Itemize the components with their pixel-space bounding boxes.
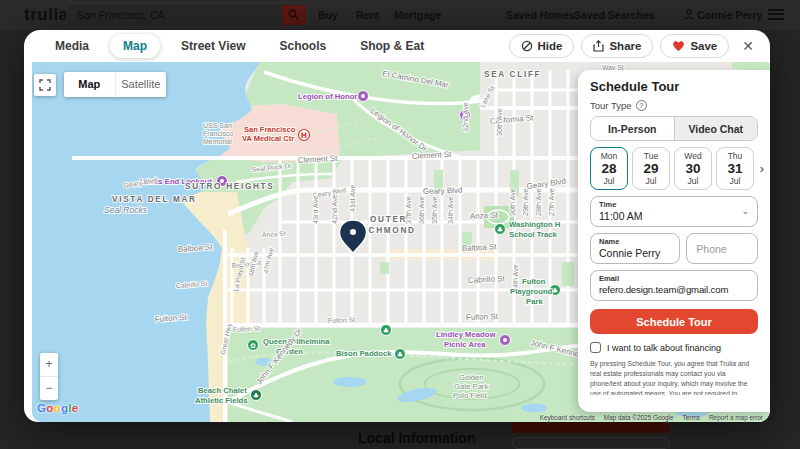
- tab-map[interactable]: Map: [110, 34, 160, 58]
- email-field[interactable]: Email refero.design.team@gmail.com: [590, 270, 758, 301]
- trulia-logo[interactable]: trulia: [24, 5, 69, 25]
- schedule-tour-button[interactable]: Schedule Tour: [590, 309, 758, 334]
- save-button[interactable]: Save: [660, 34, 729, 58]
- time-select[interactable]: Time 11:00 AM ⌄: [590, 196, 758, 227]
- map-label: 29th Ave: [521, 188, 530, 216]
- zoom-in-button[interactable]: +: [40, 353, 58, 377]
- heart-icon: [672, 40, 685, 52]
- time-label: Time: [599, 200, 749, 209]
- panel-title: Schedule Tour: [590, 79, 758, 94]
- map-zoom-control: + −: [40, 353, 58, 400]
- nav-mortgage[interactable]: Mortgage: [394, 9, 441, 21]
- help-icon[interactable]: ?: [636, 100, 647, 111]
- attribution-item[interactable]: Keyboard shortcuts: [540, 414, 595, 421]
- tour-type-in-person[interactable]: In-Person: [591, 117, 675, 140]
- tour-type-video-chat[interactable]: Video Chat: [675, 117, 758, 140]
- share-button[interactable]: Share: [581, 34, 653, 58]
- attribution-item[interactable]: Terms: [683, 414, 700, 421]
- legion-of-honor-icon[interactable]: [358, 91, 369, 102]
- map-label: Beach Chalet: [198, 386, 247, 395]
- nav-saved-searches[interactable]: Saved Searches: [574, 9, 655, 21]
- financing-label: I want to talk about financing: [607, 343, 721, 353]
- google-logo[interactable]: Google: [37, 402, 78, 414]
- map-label: 30th Ave: [508, 188, 517, 216]
- modal-header: MediaMapStreet ViewSchoolsShop & Eat Hid…: [24, 30, 770, 62]
- modal-actions: Hide Share Save ✕: [509, 34, 758, 58]
- school-track-icon[interactable]: ♣: [495, 224, 506, 235]
- nav-rent[interactable]: Rent: [356, 9, 379, 21]
- map-type-map[interactable]: Map: [64, 72, 115, 97]
- garden-icon[interactable]: ✿: [248, 340, 259, 351]
- tab-media[interactable]: Media: [42, 34, 102, 58]
- local-information-heading: Local Information: [358, 430, 475, 446]
- map-label: Geary Blvd: [423, 186, 463, 196]
- map-label: Playground: [510, 287, 553, 296]
- map-label: Francisco: [203, 130, 233, 137]
- hide-label: Hide: [538, 40, 563, 52]
- search-icon: [288, 9, 299, 20]
- map-label: Park: [526, 297, 543, 306]
- search-button[interactable]: [282, 5, 306, 25]
- zoom-out-button[interactable]: −: [40, 377, 58, 400]
- map-label: 27th Ave: [547, 188, 556, 216]
- map-type-satellite[interactable]: Satellite: [115, 72, 167, 97]
- map-label: SUTRO HEIGHTS: [185, 182, 274, 191]
- map-label: Athletic Fields: [195, 396, 248, 405]
- search-value: San Francisco, CA: [77, 9, 165, 21]
- map-label: Anza St: [470, 211, 499, 221]
- modal-tabs: MediaMapStreet ViewSchoolsShop & Eat: [42, 30, 437, 62]
- map-label: Fulton: [522, 277, 546, 286]
- map-label: Picnic Area: [444, 340, 486, 349]
- date-picker: Mon28JulTue29JulWed30JulThu31Jul›: [590, 147, 758, 190]
- name-field[interactable]: Name Connie Perry: [590, 233, 680, 264]
- hide-icon: [521, 40, 533, 52]
- tab-street-view[interactable]: Street View: [168, 34, 258, 58]
- map-label: Legion of Honor: [298, 92, 357, 101]
- map-label: 28th Ave: [534, 188, 543, 216]
- tree-icon[interactable]: ♣: [381, 325, 392, 336]
- fullscreen-button[interactable]: [34, 74, 56, 96]
- bison-paddock-icon[interactable]: ♣: [395, 349, 406, 360]
- phone-field[interactable]: Phone: [686, 233, 758, 264]
- date-card-tue-29[interactable]: Tue29Jul: [632, 147, 670, 190]
- svg-text:H: H: [301, 131, 307, 140]
- lindley-meadow-icon[interactable]: [500, 335, 511, 346]
- map-label: Fulton St: [328, 316, 356, 324]
- tab-shop-eat[interactable]: Shop & Eat: [347, 34, 437, 58]
- date-card-wed-30[interactable]: Wed30Jul: [674, 147, 712, 190]
- svg-text:♣: ♣: [383, 327, 389, 335]
- tab-schools[interactable]: Schools: [267, 34, 340, 58]
- map-label: Gate Park: [454, 382, 488, 391]
- financing-checkbox[interactable]: [590, 342, 601, 353]
- nav-buy[interactable]: Buy: [318, 9, 338, 21]
- svg-text:♣: ♣: [552, 287, 558, 295]
- map-label: VISTA DEL MAR: [112, 195, 197, 204]
- date-card-thu-31[interactable]: Thu31Jul: [716, 147, 754, 190]
- map-label: Seal Rocks: [104, 205, 148, 215]
- map-label: Washington H: [509, 220, 561, 229]
- close-icon[interactable]: ✕: [736, 38, 758, 54]
- menu-icon[interactable]: [768, 9, 784, 20]
- map-label: School Track: [509, 230, 558, 239]
- attribution-item[interactable]: Map data ©2025 Google: [604, 414, 674, 421]
- date-card-mon-28[interactable]: Mon28Jul: [590, 147, 628, 190]
- name-value: Connie Perry: [599, 247, 671, 259]
- beach-chalet-icon[interactable]: ♣: [251, 390, 262, 401]
- user-name[interactable]: Connie Perry: [697, 9, 762, 21]
- attribution-item[interactable]: Report a map error: [709, 414, 763, 421]
- map-label: Bison Paddock: [336, 349, 392, 358]
- map-label: 41st Ave: [348, 185, 357, 212]
- next-dates-icon[interactable]: ›: [760, 161, 764, 176]
- location-search-input[interactable]: San Francisco, CA: [66, 3, 308, 27]
- map-label: Anza St: [262, 230, 286, 238]
- map-label: 32nd Ave: [461, 102, 470, 132]
- nav-saved-homes[interactable]: Saved Homes: [506, 9, 575, 21]
- map-label: Polo Field: [453, 391, 487, 400]
- map-label: San Francisco: [244, 125, 296, 134]
- email-label: Email: [599, 274, 749, 283]
- map-label: 36th Ave: [417, 196, 426, 224]
- map-type-control: Map Satellite: [64, 72, 166, 97]
- svg-text:✿: ✿: [250, 342, 256, 350]
- hide-button[interactable]: Hide: [509, 34, 575, 58]
- hospital-icon[interactable]: H: [299, 130, 310, 141]
